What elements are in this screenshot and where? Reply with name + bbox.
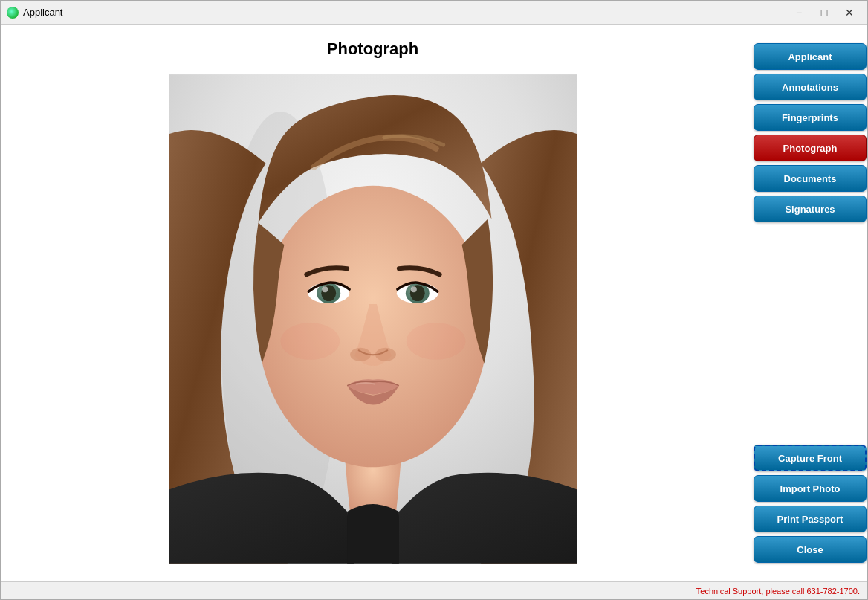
print-passport-button[interactable]: Print Passport [754, 506, 867, 532]
title-bar-left: Applicant [7, 7, 62, 19]
status-text: Technical Support, please call 631-782-1… [696, 587, 860, 596]
main-window: Applicant − □ ✕ Photograph [0, 0, 868, 600]
app-icon [7, 7, 19, 19]
nav-buttons: Applicant Annotations Fingerprints Photo… [754, 43, 858, 222]
capture-front-button[interactable]: Capture Front [754, 445, 867, 471]
nav-documents-button[interactable]: Documents [754, 165, 867, 192]
nav-annotations-button[interactable]: Annotations [754, 74, 867, 100]
nav-applicant-button[interactable]: Applicant [754, 43, 867, 70]
close-button[interactable]: Close [754, 536, 867, 563]
nav-fingerprints-button[interactable]: Fingerprints [754, 104, 867, 131]
right-panel: Applicant Annotations Fingerprints Photo… [745, 25, 867, 581]
action-buttons: Capture Front Import Photo Print Passpor… [754, 445, 858, 570]
nav-signatures-button[interactable]: Signatures [754, 196, 867, 222]
page-title: Photograph [16, 39, 730, 59]
svg-point-14 [406, 323, 465, 360]
status-bar: Technical Support, please call 631-782-1… [1, 581, 867, 599]
content-area: Photograph [1, 25, 867, 581]
title-bar: Applicant − □ ✕ [1, 1, 867, 25]
minimize-button[interactable]: − [787, 2, 811, 23]
main-area: Photograph [1, 25, 745, 581]
close-window-button[interactable]: ✕ [838, 2, 861, 23]
portrait-svg [169, 74, 577, 564]
window-controls: − □ ✕ [787, 2, 861, 23]
svg-point-13 [280, 323, 340, 360]
maximize-button[interactable]: □ [812, 2, 836, 23]
photo-portrait [169, 74, 577, 564]
svg-point-10 [410, 286, 416, 292]
window-title: Applicant [23, 7, 62, 18]
import-photo-button[interactable]: Import Photo [754, 475, 867, 502]
photo-container [169, 74, 577, 564]
nav-photograph-button[interactable]: Photograph [754, 135, 867, 161]
svg-point-6 [322, 286, 328, 292]
